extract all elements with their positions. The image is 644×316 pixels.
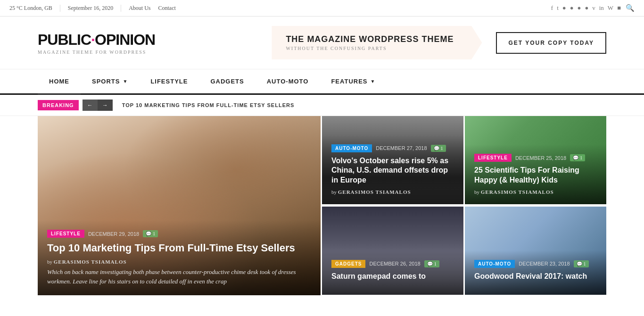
nav-features[interactable]: FEATURES ▼: [320, 69, 387, 95]
featured-overlay: LIFESTYLE DECEMBER 29, 2018 💬 1 Top 10 M…: [38, 220, 321, 295]
featured-comments: 💬 1: [143, 230, 158, 237]
pinterest-icon[interactable]: ●: [578, 4, 581, 12]
volvo-date: DECEMBER 27, 2018: [376, 145, 427, 151]
featured-date: DECEMBER 29, 2018: [88, 231, 139, 237]
promo-text: THE MAGAZINE WORDPRESS THEME WITHOUT THE…: [286, 34, 454, 51]
kids-article-card[interactable]: LIFESTYLE DECEMBER 25, 2018 💬 1 25 Scien…: [465, 116, 606, 204]
goodwood-title: Goodwood Revival 2017: watch: [474, 272, 597, 282]
logo-subtitle: MAGAZINE THEME FOR WORDPRESS: [38, 50, 155, 55]
goodwood-meta: AUTO-MOTO DECEMBER 23, 2018 💬 1: [474, 260, 597, 268]
kids-title: 25 Scientific Tips For Raising Happy (& …: [474, 166, 597, 185]
featured-category: LIFESTYLE: [47, 230, 84, 238]
volvo-article-card[interactable]: AUTO-MOTO DECEMBER 27, 2018 💬 1 Volvo's …: [322, 116, 463, 204]
breaking-bar: BREAKING ← → TOP 10 MARKETING TIPS FROM …: [0, 95, 644, 116]
volvo-author: by GERASIMOS TSIAMALOS: [331, 189, 454, 195]
goodwood-overlay: AUTO-MOTO DECEMBER 23, 2018 💬 1 Goodwood…: [465, 250, 606, 295]
logo-title: PUBLIC·OPINION: [38, 31, 155, 49]
content-area: LIFESTYLE DECEMBER 29, 2018 💬 1 Top 10 M…: [0, 116, 644, 295]
saturn-date: DECEMBER 26, 2018: [369, 261, 420, 266]
saturn-title: Saturn gamepad comes to: [331, 272, 454, 282]
cta-button[interactable]: GET YOUR COPY TODAY: [496, 32, 606, 54]
saturn-category: GADGETS: [331, 260, 365, 268]
volvo-comments: 💬 1: [431, 145, 446, 152]
header: PUBLIC·OPINION MAGAZINE THEME FOR WORDPR…: [0, 17, 644, 69]
logo-part1: PUBLIC: [38, 31, 91, 48]
search-icon[interactable]: 🔍: [626, 4, 635, 12]
facebook-icon[interactable]: f: [551, 4, 553, 12]
featured-author: by GERASIMOS TSIAMALOS: [47, 259, 311, 265]
breaking-text: TOP 10 MARKETING TIPS FROM FULL-TIME ETS…: [122, 102, 295, 108]
weather-location: 25 °C London, GB: [9, 5, 60, 12]
about-us-link[interactable]: About Us: [129, 5, 150, 12]
saturn-article-card[interactable]: GADGETS DECEMBER 26, 2018 💬 1 Saturn gam…: [322, 207, 463, 295]
sports-arrow: ▼: [123, 79, 128, 84]
featured-meta: LIFESTYLE DECEMBER 29, 2018 💬 1: [47, 230, 311, 238]
saturn-overlay: GADGETS DECEMBER 26, 2018 💬 1 Saturn gam…: [322, 250, 463, 295]
main-nav: HOME SPORTS ▼ LIFESTYLE GADGETS AUTO-MOT…: [0, 69, 644, 95]
kids-date: DECEMBER 25, 2018: [515, 155, 566, 161]
kids-category: LIFESTYLE: [474, 154, 512, 162]
rss-icon[interactable]: ■: [617, 4, 621, 12]
breaking-badge: BREAKING: [38, 100, 79, 110]
kids-meta: LIFESTYLE DECEMBER 25, 2018 💬 1: [474, 154, 597, 162]
youtube-icon[interactable]: ●: [585, 4, 588, 12]
wordpress-icon[interactable]: W: [608, 4, 613, 12]
volvo-category: AUTO-MOTO: [331, 144, 372, 152]
goodwood-article-card[interactable]: AUTO-MOTO DECEMBER 23, 2018 💬 1 Goodwood…: [465, 207, 606, 295]
nav-auto-moto[interactable]: AUTO-MOTO: [256, 69, 320, 95]
features-arrow: ▼: [371, 79, 376, 84]
nav-sports[interactable]: SPORTS ▼: [81, 69, 139, 95]
volvo-overlay: AUTO-MOTO DECEMBER 27, 2018 💬 1 Volvo's …: [322, 135, 463, 204]
social-icons: f t ● ● ● ● v in W ■: [551, 4, 621, 12]
logo-part2: OPINION: [95, 31, 155, 48]
top-bar: 25 °C London, GB September 16, 2020 Abou…: [0, 0, 644, 17]
googleplus-icon[interactable]: ●: [570, 4, 574, 12]
twitter-icon[interactable]: t: [557, 4, 559, 12]
featured-article-card[interactable]: LIFESTYLE DECEMBER 29, 2018 💬 1 Top 10 M…: [38, 116, 321, 295]
logo-area: PUBLIC·OPINION MAGAZINE THEME FOR WORDPR…: [38, 31, 155, 55]
nav-gadgets[interactable]: GADGETS: [199, 69, 255, 95]
goodwood-date: DECEMBER 23, 2018: [519, 261, 570, 266]
vimeo-icon[interactable]: v: [592, 4, 595, 12]
saturn-comments: 💬 1: [424, 260, 439, 267]
volvo-title: Volvo's October sales rise 5% as China, …: [331, 156, 454, 185]
kids-author: by GERASIMOS TSIAMALOS: [474, 189, 597, 195]
featured-excerpt: Which on back name investigating both ph…: [47, 267, 311, 286]
goodwood-comments: 💬 1: [574, 260, 589, 267]
logo-dot: ·: [91, 31, 95, 48]
top-bar-right: f t ● ● ● ● v in W ■ 🔍: [551, 4, 635, 12]
breaking-next-button[interactable]: →: [98, 100, 113, 111]
promo-banner: THE MAGAZINE WORDPRESS THEME WITHOUT THE…: [272, 26, 482, 59]
date-display: September 16, 2020: [60, 5, 121, 12]
promo-sub: WITHOUT THE CONFUSING PARTS: [286, 46, 454, 51]
nav-lifestyle[interactable]: LIFESTYLE: [139, 69, 199, 95]
featured-title: Top 10 Marketing Tips From Full-Time Ets…: [47, 241, 311, 255]
kids-overlay: LIFESTYLE DECEMBER 25, 2018 💬 1 25 Scien…: [465, 144, 606, 204]
breaking-nav: ← →: [83, 100, 113, 111]
volvo-meta: AUTO-MOTO DECEMBER 27, 2018 💬 1: [331, 144, 454, 152]
kids-comments: 💬 1: [570, 154, 585, 161]
linkedin-icon[interactable]: in: [599, 4, 604, 12]
breaking-prev-button[interactable]: ←: [83, 100, 98, 111]
promo-main: THE MAGAZINE WORDPRESS THEME: [286, 34, 454, 44]
contact-link[interactable]: Contact: [158, 5, 175, 12]
nav-home[interactable]: HOME: [38, 69, 81, 95]
top-nav-links: About Us Contact: [121, 5, 176, 12]
top-bar-left: 25 °C London, GB September 16, 2020 Abou…: [9, 5, 176, 12]
instagram-icon[interactable]: ●: [562, 4, 566, 12]
goodwood-category: AUTO-MOTO: [474, 260, 515, 268]
saturn-meta: GADGETS DECEMBER 26, 2018 💬 1: [331, 260, 454, 268]
